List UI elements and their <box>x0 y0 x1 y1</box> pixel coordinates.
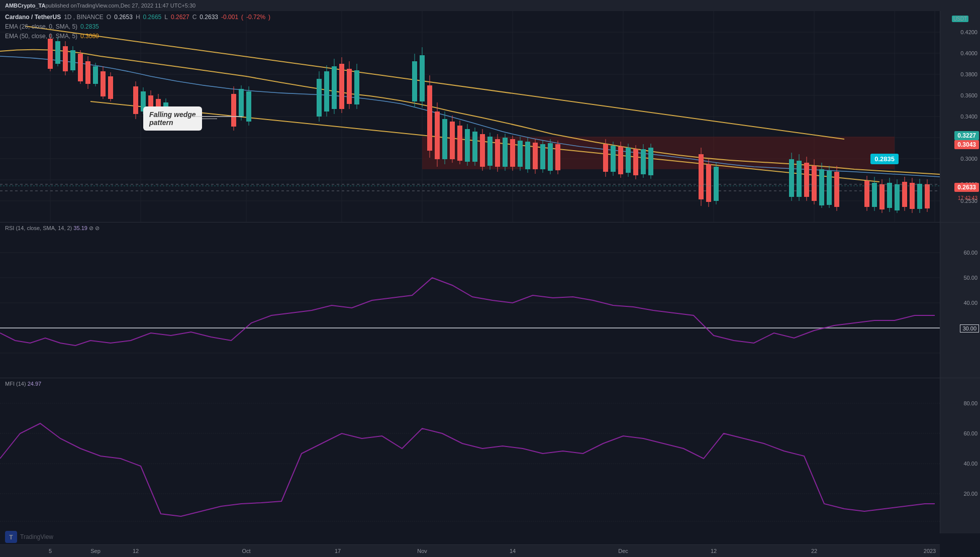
x-label-oct: Oct <box>242 548 250 554</box>
x-label-2023: 2023 <box>924 548 936 554</box>
x-label-17: 17 <box>335 548 341 554</box>
symbol-name: Cardano / TetherUS <box>5 13 61 22</box>
mfi-60-label: 60.00 <box>963 430 977 436</box>
symbol-line: Cardano / TetherUS 1D , BINANCE O 0.2653… <box>5 13 270 22</box>
price-0.3400: 0.3400 <box>960 114 977 120</box>
rsi-60-label: 60.00 <box>963 250 977 256</box>
ema26-line: EMA (26, close, 0, SMA, 5) 0.2835 <box>5 22 270 32</box>
close-value: 0.2633 <box>200 13 218 22</box>
price-0.2530: 0.2530 <box>960 198 977 204</box>
svg-rect-172 <box>0 378 940 533</box>
price-0.3000: 0.3000 <box>960 156 977 162</box>
price-badge-2633: 0.2633 <box>954 182 979 191</box>
price-0.3600: 0.3600 <box>960 92 977 98</box>
change-pct: ( <box>241 13 243 22</box>
tradingview-watermark: T TradingView <box>5 531 53 543</box>
x-label-sep: Sep <box>90 548 101 554</box>
svg-rect-166 <box>0 222 940 378</box>
mfi-40-label: 40.00 <box>963 461 977 467</box>
annotation-arrow <box>192 101 252 132</box>
x-label-22: 22 <box>811 548 817 554</box>
rsi-40-label: 40.00 <box>963 300 977 306</box>
y-axis-rsi: 60.00 50.00 40.00 30.00 <box>940 222 980 378</box>
main-chart-svg <box>0 11 940 222</box>
mfi-label: MFI (14) 24.97 <box>5 381 41 387</box>
rsi-label: RSI (14, close, SMA, 14, 2) 35.19 ⊘ ⊘ <box>5 225 100 232</box>
svg-rect-23 <box>422 137 895 169</box>
rsi-panel: RSI (14, close, SMA, 14, 2) 35.19 ⊘ ⊘ <box>0 222 940 378</box>
rsi-50-label: 50.00 <box>963 275 977 281</box>
low-value: 0.2627 <box>171 13 189 22</box>
x-label-12-dec: 12 <box>711 548 717 554</box>
x-label-12: 12 <box>133 548 139 554</box>
y-axis-main: 0.4200 0.4000 0.3800 0.3600 0.3400 0.322… <box>940 11 980 222</box>
exchange-tf: 1D , BINANCE <box>64 13 104 22</box>
high-value: 0.2665 <box>143 13 162 22</box>
platform-label: TradingView.com <box>77 3 119 9</box>
chart-container: AMBCrypto_TA published on TradingView.co… <box>0 0 980 557</box>
main-chart: Falling wedge pattern 0.2835 <box>0 11 940 222</box>
x-label-nov: Nov <box>417 548 427 554</box>
y-axis-mfi: 80.00 60.00 40.00 20.00 <box>940 378 980 533</box>
publisher-label: AMBCrypto_TA <box>5 3 45 9</box>
ema26-badge: 0.2835 <box>870 154 899 163</box>
mfi-panel: MFI (14) 24.97 <box>0 378 940 533</box>
x-label-14: 14 <box>510 548 516 554</box>
rsi-chart-svg <box>0 222 940 378</box>
x-label-5: 5 <box>49 548 52 554</box>
mfi-chart-svg <box>0 378 940 533</box>
change-value: -0.001 <box>221 13 238 22</box>
x-axis: 5 Sep 12 Oct 17 Nov 14 Dec 12 22 2023 <box>0 544 940 557</box>
svg-text:T: T <box>9 534 13 541</box>
ema50-line: EMA (50, close, 0, SMA, 5) 0.3080 <box>5 32 270 41</box>
chart-info: Cardano / TetherUS 1D , BINANCE O 0.2653… <box>5 13 270 42</box>
mfi-80-label: 80.00 <box>963 400 977 406</box>
price-0.4000: 0.4000 <box>960 50 977 56</box>
open-value: 0.2653 <box>114 13 133 22</box>
header-bar: AMBCrypto_TA published on TradingView.co… <box>0 0 980 11</box>
x-label-dec: Dec <box>618 548 628 554</box>
ema26-value: 0.2835 <box>80 22 99 32</box>
price-0.4200: 0.4200 <box>960 29 977 35</box>
mfi-20-label: 20.00 <box>963 491 977 497</box>
price-0.3800: 0.3800 <box>960 71 977 77</box>
currency-label: USDT <box>943 14 977 23</box>
date-label: Dec 27, 2022 11:47 UTC+5:30 <box>121 3 196 9</box>
price-badge-3227: 0.3227 <box>954 131 979 140</box>
tradingview-logo-text: TradingView <box>20 533 53 540</box>
rsi-30-badge: 30.00 <box>960 323 979 332</box>
wedge-annotation: Falling wedge pattern <box>143 106 202 131</box>
tradingview-logo-icon: T <box>5 531 17 543</box>
price-badge-3043: 0.3043 <box>954 140 979 149</box>
ema50-value: 0.3080 <box>80 32 99 41</box>
